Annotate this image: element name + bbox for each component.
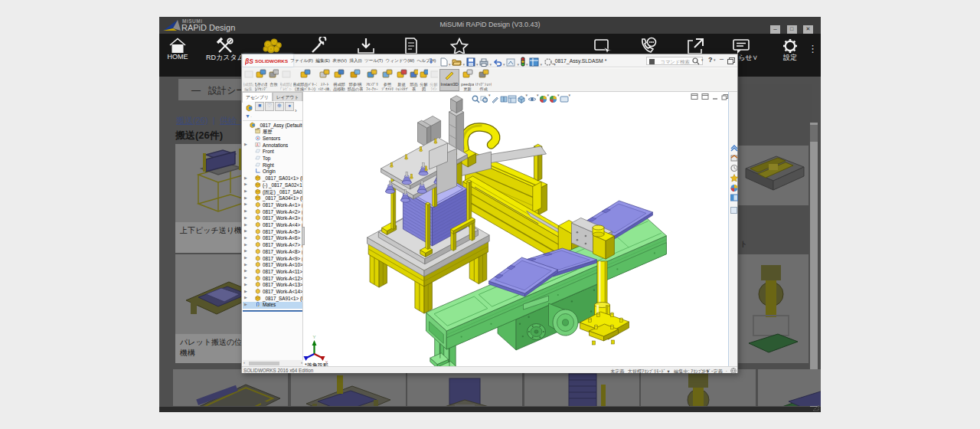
- svg-text:SOLIDWORKS: SOLIDWORKS: [255, 58, 288, 64]
- svg-text:βS: βS: [245, 57, 253, 65]
- svg-text:Y: Y: [313, 335, 316, 339]
